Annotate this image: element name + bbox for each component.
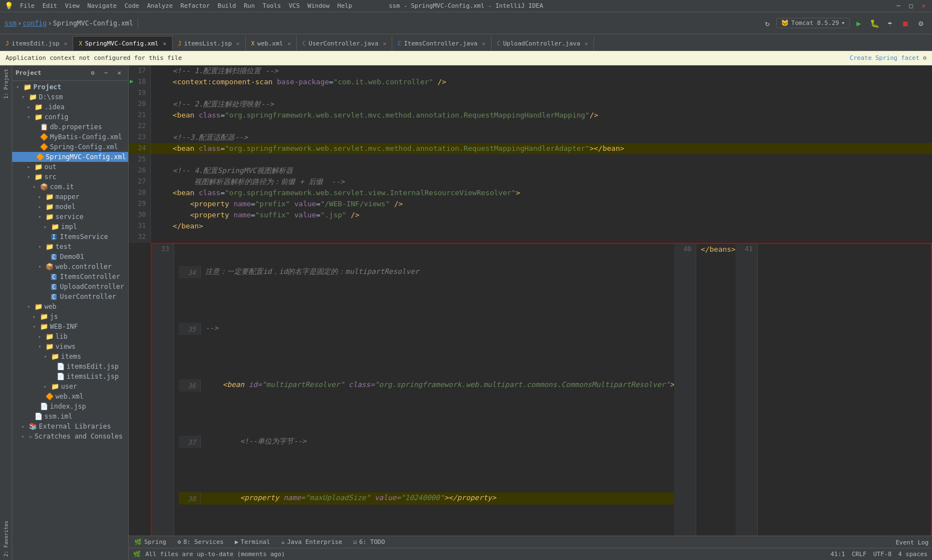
tab-itemslist[interactable]: J itemsList.jsp ✕ [173,36,246,50]
code-scroll-area[interactable]: 17 <!-- 1.配置注解扫描位置 --> 18▶ <context:comp… [129,65,932,536]
tab-uploadcontroller[interactable]: C UploadController.java ✕ [492,36,594,50]
tab-icon-springmvc: X [79,40,82,47]
line-ending[interactable]: CRLF [852,551,867,558]
bottom-tool-enterprise[interactable]: ☕ Java Enterprise [279,538,345,546]
tree-item-webcontroller[interactable]: ▾ 📦 web.controller [12,262,128,272]
tree-item-ssmiml[interactable]: ▸ 📄 ssm.iml [12,411,128,421]
menu-vcs[interactable]: VCS [285,1,303,11]
menu-view[interactable]: View [62,1,83,11]
menu-build[interactable]: Build [214,1,239,11]
stop-button[interactable]: ■ [899,17,912,30]
tree-item-ssm[interactable]: ▾ 📁 D:\ssm [12,92,128,102]
tree-item-src[interactable]: ▾ 📁 src [12,172,128,182]
tree-item-indexjsp[interactable]: ▸ 📄 index.jsp [12,401,128,411]
tab-usercontroller[interactable]: C UserController.java ✕ [297,36,392,50]
encoding[interactable]: UTF-8 [873,551,892,558]
tab-close-webxml[interactable]: ✕ [287,40,291,47]
tree-item-views[interactable]: ▾ 📁 views [12,342,128,352]
tree-item-itemslistjsp[interactable]: ▸ 📄 itemsList.jsp [12,371,128,381]
tree-item-out[interactable]: ▸ 📁 out [12,162,128,172]
tree-item-webxml[interactable]: ▸ 🔶 web.xml [12,391,128,401]
tree-item-mybatis[interactable]: ▸ 🔶 MyBatis-Config.xml [12,132,128,142]
arrow-icon: ▸ [27,164,33,170]
tree-item-dbprops[interactable]: ▸ 📋 db.properties [12,122,128,132]
tree-item-config[interactable]: ▾ 📁 config [12,112,128,122]
menu-edit[interactable]: Edit [39,1,61,11]
tree-item-demo01[interactable]: ▸ C Demo01 [12,252,128,262]
bottom-tool-services[interactable]: ⚙ 8: Services [175,538,226,546]
menu-refactor[interactable]: Refactor [177,1,213,11]
tab-close-itemslist[interactable]: ✕ [236,40,240,47]
tab-itemsedit[interactable]: J itemsEdit.jsp ✕ [0,36,73,50]
minimize-button[interactable]: ─ [894,2,903,9]
menu-analyze[interactable]: Analyze [144,1,176,11]
notification-settings-icon[interactable]: ⚙ [923,54,926,62]
tab-close-itemscontroller[interactable]: ✕ [482,40,485,47]
menu-run[interactable]: Run [240,1,258,11]
tab-close-itemsedit[interactable]: ✕ [64,40,67,47]
vtab-favorites[interactable]: 2: Favorites [2,517,11,560]
close-button[interactable]: ✕ [919,2,928,9]
tab-itemscontroller[interactable]: C ItemsController.java ✕ [392,36,492,50]
debug-button[interactable]: 🐛 [868,17,881,30]
breadcrumb-ssm[interactable]: ssm [4,19,17,27]
tree-item-spring[interactable]: ▸ 🔶 Spring-Config.xml [12,142,128,152]
breadcrumb-file: SpringMVC-Config.xml [53,19,134,27]
sync-button[interactable]: ↻ [761,17,774,30]
coverage-button[interactable]: ☂ [883,17,896,30]
tree-item-service[interactable]: ▾ 📁 service [12,212,128,222]
tree-item-model[interactable]: ▸ 📁 model [12,202,128,212]
tree-item-lib[interactable]: ▸ 📁 lib [12,332,128,342]
event-log-btn[interactable]: Event Log [895,538,929,546]
menu-code[interactable]: Code [121,1,143,11]
breadcrumb-config[interactable]: config [23,19,47,27]
code-editor[interactable]: 17 <!-- 1.配置注解扫描位置 --> 18▶ <context:comp… [129,65,932,560]
tree-item-test[interactable]: ▾ 📁 test [12,242,128,252]
sidebar-settings-icon[interactable]: ⚙ [87,68,98,79]
sidebar-collapse-icon[interactable]: − [100,68,112,79]
menu-file[interactable]: File [17,1,38,11]
vtab-project[interactable]: 1: Project [2,65,11,102]
settings-button[interactable]: ⚙ [914,17,928,30]
tree-item-items[interactable]: ▾ 📁 items [12,352,128,362]
maximize-button[interactable]: □ [907,2,915,9]
tab-close-springmvc[interactable]: ✕ [163,40,166,47]
tree-item-itemseditjsp[interactable]: ▸ 📄 itemsEdit.jsp [12,362,128,371]
tree-item-webinf[interactable]: ▾ 📁 WEB-INF [12,322,128,332]
project-sidebar: Project ⚙ − ✕ ▾ 📁 Project ▾ 📁 D:\ssm [12,65,129,560]
tree-item-uploadcontroller[interactable]: ▸ C UploadController [12,282,128,292]
menu-navigate[interactable]: Navigate [84,1,120,11]
tree-item-extlibs[interactable]: ▸ 📚 External Libraries [12,421,128,431]
folder-icon: 📁 [29,93,37,101]
run-button[interactable]: ▶ [852,17,865,30]
tree-item-itemsservice[interactable]: ▸ I ItemsService [12,232,128,242]
bottom-tool-terminal[interactable]: ▶ Terminal [232,538,272,546]
bottom-tool-spring[interactable]: 🌿 Spring [132,538,169,546]
tree-item-project[interactable]: ▾ 📁 Project [12,82,128,92]
tab-webxml[interactable]: X web.xml ✕ [246,36,297,50]
bottom-tool-todo[interactable]: ☑ 6: TODO [351,538,387,546]
create-spring-facet-link[interactable]: Create Spring facet [850,54,920,62]
scratch-icon: ✏ [29,432,33,440]
menu-tools[interactable]: Tools [259,1,284,11]
indent[interactable]: 4 spaces [898,551,928,558]
tree-item-idea[interactable]: ▸ 📁 .idea [12,102,128,112]
sidebar-close-icon[interactable]: ✕ [114,68,125,79]
menu-window[interactable]: Window [304,1,333,11]
tree-item-mapper[interactable]: ▸ 📁 mapper [12,192,128,202]
tomcat-config[interactable]: 🐱 Tomcat 8.5.29 ▾ [776,18,850,28]
tree-item-impl[interactable]: ▸ 📁 impl [12,222,128,232]
tree-item-usercontroller[interactable]: ▸ C UserController [12,292,128,302]
tree-item-comit[interactable]: ▾ 📦 com.it [12,182,128,192]
tree-item-springmvc[interactable]: ▸ 🔶 SpringMVC-Config.xml [12,152,128,162]
code-text-21: <bean class="org.springframework.web.ser… [151,110,598,121]
tree-item-user[interactable]: ▸ 📁 user [12,381,128,391]
menu-help[interactable]: Help [334,1,356,11]
tab-springmvc[interactable]: X SpringMVC-Config.xml ✕ [73,36,173,50]
tree-item-itemscontroller[interactable]: ▸ C ItemsController [12,272,128,282]
tab-close-uploadcontroller[interactable]: ✕ [585,40,588,47]
tree-item-js[interactable]: ▸ 📁 js [12,312,128,322]
tree-item-web[interactable]: ▾ 📁 web [12,302,128,312]
tree-item-scratches[interactable]: ▸ ✏ Scratches and Consoles [12,431,128,441]
tab-close-usercontroller[interactable]: ✕ [383,40,386,47]
